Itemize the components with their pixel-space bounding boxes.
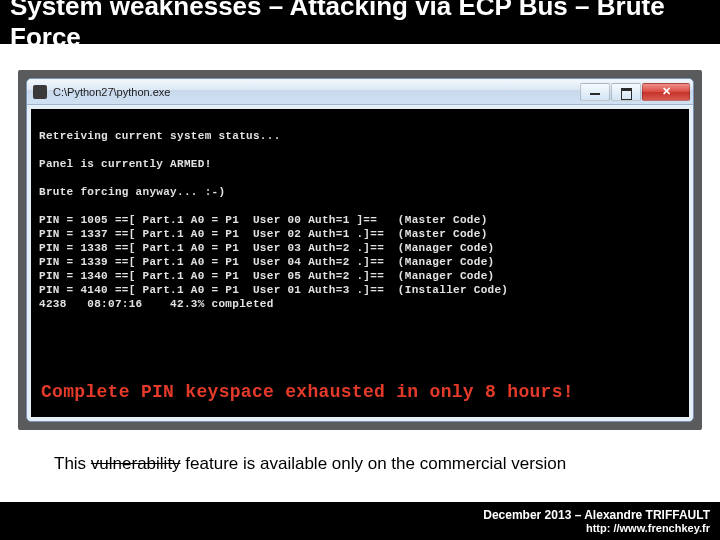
caption-prefix: This — [54, 454, 91, 473]
slide-title: System weaknesses – Attacking via ECP Bu… — [10, 0, 710, 53]
terminal-output: Retreiving current system status... Pane… — [31, 109, 689, 417]
caption-rest: feature is available only on the commerc… — [181, 454, 567, 473]
window-titlebar: C:\Python27\python.exe — [27, 79, 693, 105]
slide-footer: December 2013 – Alexandre TRIFFAULT http… — [0, 502, 720, 540]
term-line: 4238 08:07:16 42.3% completed — [39, 298, 274, 310]
term-line: Retreiving current system status... — [39, 130, 281, 142]
term-line: Brute forcing anyway... :-) — [39, 186, 225, 198]
window-title: C:\Python27\python.exe — [53, 86, 580, 98]
term-line: PIN = 1339 ==[ Part.1 A0 = P1 User 04 Au… — [39, 256, 494, 268]
window-buttons — [580, 83, 690, 101]
term-line: Panel is currently ARMED! — [39, 158, 212, 170]
term-line: PIN = 1005 ==[ Part.1 A0 = P1 User 00 Au… — [39, 214, 488, 226]
term-line: PIN = 1338 ==[ Part.1 A0 = P1 User 03 Au… — [39, 242, 494, 254]
slide-caption: This vulnerability feature is available … — [54, 454, 720, 474]
term-line: PIN = 4140 ==[ Part.1 A0 = P1 User 01 Au… — [39, 284, 508, 296]
close-button[interactable] — [642, 83, 690, 101]
minimize-button[interactable] — [580, 83, 610, 101]
screenshot-frame: C:\Python27\python.exe Retreiving curren… — [18, 70, 702, 430]
footer-url: http: //www.frenchkey.fr — [586, 522, 710, 534]
term-line: PIN = 1340 ==[ Part.1 A0 = P1 User 05 Au… — [39, 270, 494, 282]
terminal-callout: Complete PIN keyspace exhausted in only … — [41, 385, 574, 399]
windows-console-window: C:\Python27\python.exe Retreiving curren… — [26, 78, 694, 422]
footer-author: December 2013 – Alexandre TRIFFAULT — [483, 508, 710, 522]
maximize-button[interactable] — [611, 83, 641, 101]
app-icon — [33, 85, 47, 99]
term-line: PIN = 1337 ==[ Part.1 A0 = P1 User 02 Au… — [39, 228, 488, 240]
slide-title-bar: System weaknesses – Attacking via ECP Bu… — [0, 0, 720, 44]
caption-struck: vulnerability — [91, 454, 181, 473]
